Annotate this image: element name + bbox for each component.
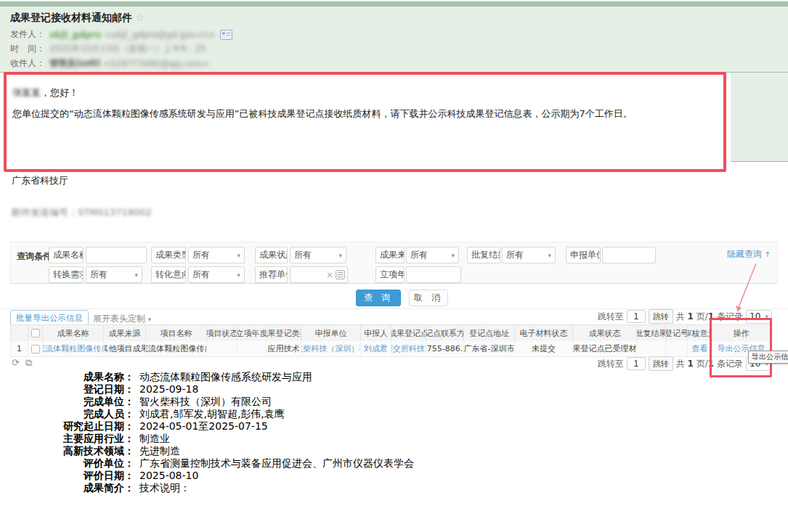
detail-row: 成果简介：技术说明： (0, 482, 712, 494)
filter-input-with-picker[interactable]: × (290, 266, 348, 283)
table-header-cell[interactable]: 审核意见 (688, 325, 712, 341)
detail-label: 评价日期： (0, 470, 134, 482)
refresh-icon[interactable]: ⟳ (12, 357, 20, 369)
table-header-cell[interactable]: 成果来源 (104, 325, 146, 341)
star-icon[interactable]: ☆ (135, 12, 145, 23)
query-panel: 查询条件： 隐藏查询 ↑ 成果名称▾成果类型▾所有▾成果状态▾所有▾成果来源▾所… (10, 242, 778, 284)
copy-icon[interactable]: ⧉ (25, 357, 32, 369)
table-header-cell[interactable]: 登记点联系方式 (426, 325, 464, 341)
table-cell (207, 341, 237, 356)
table-header-cell[interactable]: 申报人 (361, 325, 391, 341)
jump-page-input[interactable] (627, 310, 646, 323)
table-header-cell[interactable]: 电子材料状态 (515, 325, 573, 341)
table-cell[interactable]: 深交所科技... (391, 341, 426, 356)
table-cell (666, 341, 688, 356)
table-header-cell[interactable]: 项目状态 (207, 325, 237, 341)
contact-card-icon[interactable] (220, 30, 232, 40)
detail-label: 成果简介： (0, 482, 134, 494)
table-cell: 动态流体颗粒图像传感... (146, 341, 207, 356)
table-header-cell[interactable]: 成果状态 (573, 325, 637, 341)
jump-button[interactable]: 跳转 (649, 309, 673, 324)
filter-select[interactable]: 成果状态▾ (255, 247, 288, 263)
detail-row: 主要应用行业：制造业 (0, 433, 712, 445)
greeting-text: ，您好！ (41, 87, 78, 98)
hide-query-link[interactable]: 隐藏查询 ↑ (727, 248, 771, 261)
table-cell[interactable]: 智火柴科技（深圳）有... (301, 341, 361, 356)
table-header-cell[interactable]: 成果登记点 (391, 325, 426, 341)
table-cell (237, 341, 267, 356)
to-name: 管理员(sx0) (49, 57, 100, 70)
jump-label: 跳转至 (598, 358, 624, 370)
to-line: 收件人： 管理员(sx0) <529773490@qq.com> (10, 57, 209, 70)
arrow-up-icon: ↑ (765, 250, 771, 258)
select-all-checkbox[interactable] (31, 329, 40, 337)
jump-page-input[interactable] (627, 357, 646, 370)
table-cell: 其他项目成果 (104, 341, 146, 356)
detail-row: 成果名称：动态流体颗粒图像传感系统研发与应用 (0, 371, 712, 383)
email-subject: 成果登记接收材料通知邮件☆ (10, 12, 145, 25)
table-header-cell[interactable]: 批复结果 (637, 325, 666, 341)
filter-select[interactable]: 所有▾ (188, 247, 245, 263)
table-row: 1动态流体颗粒图像传感...其他项目成果动态流体颗粒图像传感...应用技术智火柴… (10, 341, 771, 357)
filter-select[interactable]: 申报单位▾ (566, 247, 601, 263)
filter-select[interactable]: 所有▾ (502, 247, 556, 263)
filter-select[interactable]: 转化意向方▾ (151, 266, 186, 283)
filter-select[interactable]: 所有▾ (406, 247, 459, 263)
filter-select[interactable]: 推荐单位▾ (255, 266, 288, 283)
table-header-cell[interactable]: 申报单位 (301, 325, 361, 341)
table-header-cell[interactable]: 登记号 (666, 325, 688, 341)
filter-select[interactable]: 成果类型▾ (151, 247, 186, 263)
filter-select[interactable]: 所有▾ (290, 247, 346, 263)
chevron-down-icon: ▾ (148, 316, 152, 323)
clear-icon[interactable]: × (326, 270, 333, 280)
detail-value: 2024-05-01至2025-07-15 (139, 420, 268, 432)
filter-select[interactable]: 批复结果▾ (467, 247, 500, 263)
detail-value: 智火柴科技（深圳）有限公司 (139, 396, 272, 407)
to-address: <529773490@qq.com> (103, 59, 209, 69)
filter-select[interactable]: 所有▾ (86, 266, 142, 283)
table-cell[interactable]: 查看 (688, 341, 712, 356)
detail-value: 制造业 (139, 433, 170, 444)
cancel-button[interactable]: 取 消 (409, 290, 448, 306)
table-header-cell[interactable]: 登记点地址 (464, 325, 515, 341)
table-cell[interactable]: 刘成君 (361, 341, 391, 356)
from-name: xkjt_gdpro (49, 30, 102, 40)
header-row-number-cell (11, 325, 28, 341)
page-size-select[interactable]: 10▾ (746, 310, 772, 324)
jump-label: 跳转至 (598, 311, 624, 323)
search-button[interactable]: 查 询 (356, 290, 401, 306)
detail-value: 先进制造 (139, 445, 180, 457)
result-details: 成果名称：动态流体颗粒图像传感系统研发与应用登记日期：2025-09-18完成单… (0, 371, 712, 494)
filter-input[interactable] (406, 266, 461, 283)
from-line: 发件人： xkjt_gdpro <xkjt_gdpro@gd.gov.cn> (10, 28, 232, 41)
table-header-row: 成果名称成果来源项目名称项目状态立项年度成果登记类型申报单位申报人成果登记点登记… (10, 324, 771, 342)
filter-input[interactable] (602, 247, 656, 263)
detail-label: 完成单位： (0, 396, 134, 408)
table-header-cell[interactable]: 立项年度 (237, 325, 267, 341)
jump-button[interactable]: 跳转 (649, 356, 673, 371)
chevron-down-icon: ▾ (134, 271, 138, 279)
filter-input[interactable] (86, 247, 147, 263)
row-checkbox-cell (28, 341, 43, 356)
filter-select[interactable]: 所有▾ (188, 266, 245, 283)
detail-value: 广东省测量控制技术与装备应用促进会、广州市仪器仪表学会 (139, 457, 414, 469)
detail-label: 登记日期： (0, 383, 134, 396)
table-header-cell[interactable]: 项目名称 (146, 325, 207, 341)
table-header-cell[interactable]: 成果名称 (43, 325, 104, 341)
expand-header-custom[interactable]: 展开表头定制 ▾ (93, 313, 151, 325)
chevron-down-icon: ▾ (338, 252, 342, 259)
header-top-strip (0, 1, 788, 7)
detail-value: 2025-08-10 (139, 470, 198, 481)
picker-icon[interactable] (336, 270, 345, 279)
row-checkbox[interactable] (31, 345, 40, 353)
filter-select[interactable]: 成果来源▾ (375, 247, 405, 263)
table-cell[interactable]: 动态流体颗粒图像传感... (43, 341, 104, 356)
detail-label: 研究起止日期： (0, 420, 134, 433)
filter-select[interactable]: 立项年度▾ (375, 266, 405, 283)
filter-select[interactable]: 转换需求额▾ (49, 266, 84, 283)
table-header-cell[interactable]: 操作 (712, 325, 771, 341)
table-header-cell[interactable]: 成果登记类型 (267, 325, 301, 341)
filter-select[interactable]: 成果名称▾ (49, 247, 84, 263)
chevron-down-icon: ▾ (451, 252, 455, 259)
batch-export-button[interactable]: 批量导出公示信息 (10, 310, 89, 326)
